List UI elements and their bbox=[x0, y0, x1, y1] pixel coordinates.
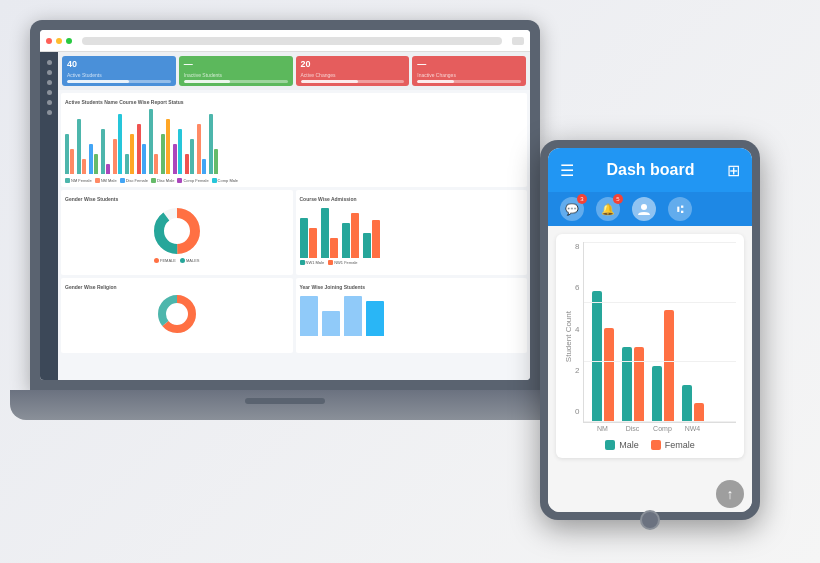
stat-card-1: 40 Active Students bbox=[62, 56, 176, 86]
svg-point-8 bbox=[641, 204, 647, 210]
bar-6a bbox=[125, 154, 129, 174]
y-label-8: 8 bbox=[575, 242, 579, 251]
main-bar-chart bbox=[65, 106, 523, 176]
bar-13b bbox=[214, 149, 218, 174]
phone-footer: ↑ bbox=[548, 476, 752, 512]
scroll-to-top-button[interactable]: ↑ bbox=[716, 480, 744, 508]
legend-color-2 bbox=[95, 178, 100, 183]
legend-item-1: NM Female bbox=[65, 178, 92, 183]
stat-number-2: — bbox=[184, 59, 288, 69]
stat-bar-1 bbox=[67, 80, 171, 83]
bar-3a bbox=[89, 144, 93, 174]
chat-badge: 3 bbox=[577, 194, 587, 204]
address-bar[interactable] bbox=[82, 37, 502, 45]
phone-bar-group-4 bbox=[682, 385, 704, 422]
stat-bar-4 bbox=[417, 80, 521, 83]
svg-point-3 bbox=[167, 221, 187, 241]
laptop-base bbox=[10, 390, 560, 420]
bar-2b bbox=[82, 159, 86, 174]
dot-red bbox=[46, 38, 52, 44]
screen-body: 40 Active Students — Inactive Students bbox=[40, 52, 530, 380]
bar-8b bbox=[154, 154, 158, 174]
legend-item-5: Comp Female bbox=[177, 178, 208, 183]
sidebar-dot-4 bbox=[47, 90, 52, 95]
dot-yellow bbox=[56, 38, 62, 44]
laptop-screen: 40 Active Students — Inactive Students bbox=[40, 30, 530, 380]
phone-home-button[interactable] bbox=[640, 510, 660, 530]
stat-bar-fill-2 bbox=[184, 80, 231, 83]
main-chart-title: Active Students Name Course Wise Report … bbox=[65, 97, 523, 106]
bar-group-3 bbox=[89, 144, 98, 174]
phone-bar-4-female bbox=[694, 403, 704, 422]
gbar-1-legend: NW1 Male NW1 Female bbox=[300, 260, 524, 265]
donut-chart-1: Gender Wise Students bbox=[61, 190, 293, 275]
donut-1-visual bbox=[65, 203, 289, 258]
screen-header bbox=[40, 30, 530, 52]
phone-bar-1-male bbox=[592, 291, 602, 422]
donut-chart-1-title: Gender Wise Students bbox=[65, 194, 289, 203]
stat-label-3: Active Changes bbox=[301, 72, 405, 78]
phone-legend-female-color bbox=[651, 440, 661, 450]
stat-label-1: Active Students bbox=[67, 72, 171, 78]
legend-item-4: Disc Male bbox=[151, 178, 175, 183]
bar-group-6 bbox=[125, 134, 134, 174]
phone-bars-container bbox=[583, 242, 736, 423]
bar-group-9 bbox=[161, 119, 170, 174]
phone-bars-area: NM Disc Comp NW4 bbox=[583, 242, 736, 432]
phone-bar-group-3 bbox=[652, 310, 674, 422]
gbar-leg-color-1 bbox=[300, 260, 305, 265]
x-label-3: Comp bbox=[651, 425, 673, 432]
phone-grid-icon[interactable]: ⊞ bbox=[727, 161, 740, 180]
phone-avatar[interactable] bbox=[632, 197, 656, 221]
phone-legend-male-color bbox=[605, 440, 615, 450]
legend-label-4: Disc Male bbox=[157, 178, 175, 183]
laptop-device: 40 Active Students — Inactive Students bbox=[30, 20, 560, 450]
ychart-bar-1 bbox=[300, 296, 318, 336]
stat-bar-fill-3 bbox=[301, 80, 358, 83]
phone-legend: Male Female bbox=[564, 440, 736, 450]
gbar-1a bbox=[300, 218, 308, 258]
x-label-2: Disc bbox=[621, 425, 643, 432]
donut-1-color-2 bbox=[180, 258, 185, 263]
gbar-leg-color-2 bbox=[328, 260, 333, 265]
y-label-2: 2 bbox=[575, 366, 579, 375]
legend-color-5 bbox=[177, 178, 182, 183]
bar-group-13 bbox=[209, 114, 218, 174]
screen-sidebar bbox=[40, 52, 58, 380]
donut-1-leg-1: FEMALE bbox=[154, 258, 176, 263]
donut-1-leg-2: MALES bbox=[180, 258, 200, 263]
donut-1-label-1: FEMALE bbox=[160, 258, 176, 263]
bar-group-4 bbox=[101, 129, 110, 174]
bar-11b bbox=[190, 139, 194, 174]
gbar-group-1 bbox=[300, 218, 317, 258]
bar-10a bbox=[173, 144, 177, 174]
ychart-bar-4 bbox=[366, 301, 384, 336]
phone-chart-area: Student Count 8 6 4 2 0 bbox=[564, 242, 736, 432]
phone-bar-group-1 bbox=[592, 291, 614, 422]
legend-label-6: Comp Male bbox=[218, 178, 238, 183]
bar-group-5 bbox=[113, 114, 122, 174]
stat-bar-fill-1 bbox=[67, 80, 129, 83]
donut-svg-2 bbox=[156, 293, 198, 335]
bar-5a bbox=[113, 139, 117, 174]
sidebar-dot-1 bbox=[47, 60, 52, 65]
sidebar-dot-6 bbox=[47, 110, 52, 115]
gbar-group-3 bbox=[342, 213, 359, 258]
gbar-leg-1: NW1 Male bbox=[300, 260, 325, 265]
stat-bar-3 bbox=[301, 80, 405, 83]
grouped-bar-1-visual bbox=[300, 203, 524, 258]
phone-menu-icon[interactable]: ☰ bbox=[560, 161, 574, 180]
legend-label-2: NM Male bbox=[101, 178, 117, 183]
avatar-icon bbox=[637, 202, 651, 216]
phone-share-icon[interactable]: ⑆ bbox=[668, 197, 692, 221]
gbar-group-2 bbox=[321, 208, 338, 258]
phone-sub-header: 💬 3 🔔 5 ⑆ bbox=[548, 192, 752, 226]
gbar-leg-label-1: NW1 Male bbox=[306, 260, 325, 265]
legend-item-2: NM Male bbox=[95, 178, 117, 183]
stats-cards: 40 Active Students — Inactive Students bbox=[58, 52, 530, 90]
gbar-3b bbox=[351, 213, 359, 258]
phone-bar-2-female bbox=[634, 347, 644, 422]
sidebar-nav bbox=[40, 52, 58, 115]
bar-11a bbox=[185, 154, 189, 174]
sidebar-dot-5 bbox=[47, 100, 52, 105]
